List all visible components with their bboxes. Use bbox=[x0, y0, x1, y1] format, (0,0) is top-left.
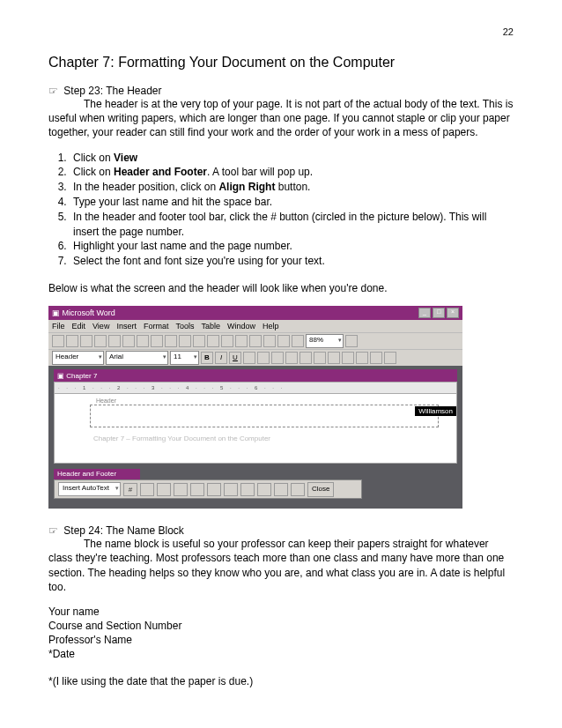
format-pgnum-icon bbox=[157, 483, 171, 496]
underline-icon: U bbox=[229, 352, 241, 364]
menu-format: Format bbox=[144, 322, 169, 331]
minimize-icon: _ bbox=[418, 308, 431, 318]
ruler: · · · 1 · · · 2 · · · 3 · · · 4 · · · 5 … bbox=[54, 382, 457, 394]
date-note: *(I like using the date that the paper i… bbox=[48, 674, 514, 688]
justify-icon bbox=[285, 352, 298, 364]
undo-icon bbox=[179, 335, 191, 347]
increase-indent-icon bbox=[342, 352, 354, 364]
name-block: Your name Course and Section Number Prof… bbox=[48, 605, 514, 662]
menu-edit: Edit bbox=[72, 322, 86, 331]
excel-icon bbox=[235, 335, 248, 347]
page-setup-icon bbox=[207, 483, 221, 496]
formatting-toolbar: Header Arial 11 B I U bbox=[48, 349, 462, 366]
professor-line: Professor's Name bbox=[48, 633, 514, 647]
spell-icon bbox=[122, 335, 135, 347]
menu-help: Help bbox=[263, 322, 279, 331]
size-select: 11 bbox=[170, 351, 199, 365]
zoom-select: 88% bbox=[306, 334, 344, 348]
align-center-icon bbox=[257, 352, 270, 364]
menu-table: Table bbox=[201, 322, 220, 331]
align-left-icon bbox=[243, 352, 255, 364]
ghost-text: Chapter 7 – Formatting Your Document on … bbox=[93, 435, 270, 442]
step-24-heading: ☞ Step 24: The Name Block bbox=[48, 524, 514, 537]
list-item: Select the font and font size you're usi… bbox=[70, 254, 514, 269]
close-icon: × bbox=[447, 308, 459, 318]
save-icon bbox=[80, 335, 92, 347]
step-24-intro: The name block is useful so your profess… bbox=[48, 537, 514, 594]
preview-icon bbox=[108, 335, 121, 347]
maximize-icon: □ bbox=[433, 308, 445, 318]
map-icon bbox=[277, 335, 290, 347]
menu-window: Window bbox=[227, 322, 255, 331]
menu-file: File bbox=[52, 322, 65, 331]
list-item: In the header position, click on Align R… bbox=[70, 180, 514, 195]
page-number-icon: # bbox=[123, 483, 137, 496]
columns-icon bbox=[249, 335, 262, 347]
bullets-icon bbox=[314, 352, 326, 364]
list-item: Type your last name and hit the space ba… bbox=[70, 195, 514, 210]
list-item: In the header and footer tool bar, click… bbox=[70, 210, 514, 240]
app-title: Microsoft Word bbox=[63, 308, 115, 317]
doc-titlebar: ▣ Chapter 7 bbox=[54, 369, 457, 382]
num-pages-icon bbox=[140, 483, 154, 496]
list-item: Click on Header and Footer. A tool bar w… bbox=[70, 165, 514, 180]
paste-icon bbox=[165, 335, 177, 347]
step-23-intro: The header is at the very top of your pa… bbox=[48, 97, 514, 140]
page-number: 22 bbox=[48, 26, 514, 37]
date-icon bbox=[174, 483, 188, 496]
doc-icon: ▣ bbox=[57, 372, 64, 380]
step-23-heading: ☞ Step 23: The Header bbox=[48, 85, 514, 97]
word-icon: ▣ bbox=[52, 308, 60, 317]
header-lastname: Williamson bbox=[415, 406, 456, 416]
doc-title: Chapter 7 bbox=[66, 372, 97, 380]
list-item: Highlight your last name and the page nu… bbox=[70, 239, 514, 254]
redo-icon bbox=[193, 335, 205, 347]
course-line: Course and Section Number bbox=[48, 619, 514, 633]
print-icon bbox=[94, 335, 107, 347]
menu-tools: Tools bbox=[175, 322, 194, 331]
header-box: Header bbox=[90, 405, 439, 427]
borders-icon bbox=[356, 352, 368, 364]
decrease-indent-icon bbox=[328, 352, 340, 364]
hf-toolbar-wrap: Header and Footer Insert AutoText # Clos… bbox=[54, 469, 457, 499]
step-23-list: Click on View Click on Header and Footer… bbox=[48, 151, 514, 269]
align-right-icon bbox=[271, 352, 284, 364]
same-as-prev-icon bbox=[240, 483, 255, 496]
copy-icon bbox=[151, 335, 163, 347]
numbering-icon bbox=[299, 352, 312, 364]
hf-close-button: Close bbox=[307, 482, 334, 497]
app-titlebar: ▣ Microsoft Word _ □ × bbox=[48, 306, 462, 320]
menu-insert: Insert bbox=[116, 322, 137, 331]
date-line: *Date bbox=[48, 647, 514, 661]
fontcolor-icon bbox=[384, 352, 396, 364]
show-next-icon bbox=[291, 483, 305, 496]
highlight-icon bbox=[370, 352, 382, 364]
font-select: Arial bbox=[106, 351, 168, 365]
standard-toolbar: 88% bbox=[48, 332, 462, 349]
style-select: Header bbox=[52, 351, 104, 365]
italic-icon: I bbox=[215, 352, 227, 364]
time-icon bbox=[190, 483, 204, 496]
hf-toolbar: Insert AutoText # Close bbox=[54, 479, 362, 499]
para-icon bbox=[292, 335, 304, 347]
menubar: File Edit View Insert Format Tools Table… bbox=[48, 320, 462, 332]
step-23-label: Step 23: The Header bbox=[63, 85, 161, 97]
hf-toolbar-title: Header and Footer bbox=[54, 469, 140, 479]
new-icon bbox=[52, 335, 64, 347]
bullet-icon: ☞ bbox=[48, 85, 61, 97]
chapter-title: Chapter 7: Formatting Your Document on t… bbox=[48, 55, 514, 71]
table-icon bbox=[221, 335, 233, 347]
show-prev-icon bbox=[274, 483, 288, 496]
step-24-label: Step 24: The Name Block bbox=[63, 524, 184, 537]
switch-hf-icon bbox=[257, 483, 271, 496]
name-line: Your name bbox=[48, 605, 514, 619]
header-label: Header bbox=[94, 397, 118, 404]
document-area: Header Williamson Chapter 7 – Formatting… bbox=[54, 394, 457, 464]
insert-autotext-select: Insert AutoText bbox=[58, 482, 121, 496]
help-icon bbox=[345, 335, 358, 347]
menu-view: View bbox=[92, 322, 109, 331]
open-icon bbox=[66, 335, 78, 347]
bullet-icon: ☞ bbox=[48, 524, 61, 537]
drawing-icon bbox=[263, 335, 276, 347]
cut-icon bbox=[137, 335, 149, 347]
